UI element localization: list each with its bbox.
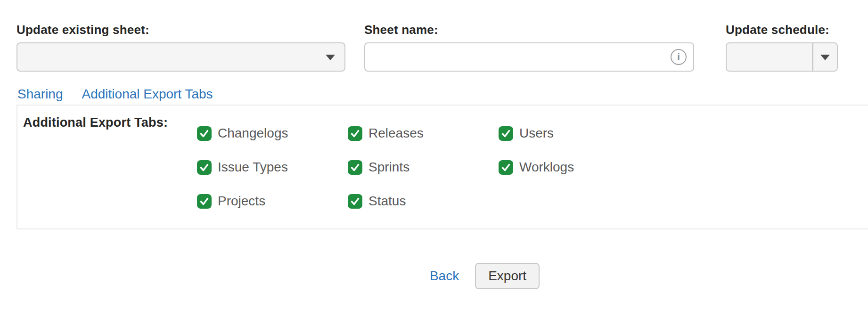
tab-additional-export-tabs[interactable]: Additional Export Tabs bbox=[82, 87, 213, 101]
check-icon bbox=[197, 160, 212, 175]
update-schedule-select[interactable] bbox=[726, 42, 838, 72]
chevron-down-icon bbox=[820, 55, 830, 60]
checkbox-label: Worklogs bbox=[519, 160, 574, 175]
update-schedule-value bbox=[727, 43, 812, 71]
export-tab-checkbox-worklogs[interactable]: Worklogs bbox=[499, 160, 649, 175]
update-schedule-dropdown-button[interactable] bbox=[812, 43, 837, 71]
settings-tab-links: Sharing Additional Export Tabs bbox=[17, 87, 868, 101]
export-tab-checkbox-users[interactable]: Users bbox=[499, 126, 649, 141]
back-link[interactable]: Back bbox=[430, 268, 459, 284]
info-icon[interactable]: i bbox=[671, 49, 687, 65]
export-button[interactable]: Export bbox=[475, 263, 540, 289]
check-icon bbox=[499, 160, 513, 175]
check-icon bbox=[348, 126, 362, 141]
export-options-row: Update existing sheet: Sheet name: i Upd… bbox=[16, 23, 868, 72]
check-icon bbox=[197, 194, 212, 209]
check-icon bbox=[348, 194, 362, 209]
export-tab-checkbox-projects[interactable]: Projects bbox=[197, 194, 348, 209]
checkbox-label: Users bbox=[519, 126, 554, 141]
export-tab-checkbox-changelogs[interactable]: Changelogs bbox=[197, 126, 348, 141]
checkbox-label: Releases bbox=[368, 126, 424, 141]
chevron-down-icon bbox=[326, 55, 335, 60]
export-tab-checkbox-releases[interactable]: Releases bbox=[348, 126, 499, 141]
sheet-name-input-wrap: i bbox=[364, 42, 694, 72]
field-update-existing-sheet: Update existing sheet: bbox=[16, 23, 345, 72]
update-schedule-label: Update schedule: bbox=[726, 23, 838, 37]
additional-export-tabs-panel: Additional Export Tabs: ChangelogsReleas… bbox=[16, 105, 868, 229]
additional-export-tabs-panel-label: Additional Export Tabs: bbox=[23, 114, 197, 130]
sheet-name-input[interactable] bbox=[365, 43, 693, 71]
check-icon bbox=[197, 126, 212, 141]
checkbox-label: Projects bbox=[218, 194, 265, 209]
field-update-schedule: Update schedule: bbox=[726, 23, 838, 72]
checkbox-label: Sprints bbox=[368, 160, 409, 175]
tab-sharing[interactable]: Sharing bbox=[17, 87, 63, 101]
checkbox-label: Issue Types bbox=[218, 160, 288, 175]
sheet-name-label: Sheet name: bbox=[364, 23, 694, 37]
update-existing-sheet-label: Update existing sheet: bbox=[16, 23, 345, 37]
checkbox-label: Changelogs bbox=[218, 126, 288, 141]
checkbox-label: Status bbox=[368, 194, 406, 209]
export-tab-checkbox-sprints[interactable]: Sprints bbox=[348, 160, 499, 175]
export-tabs-checkbox-grid: ChangelogsReleasesUsersIssue TypesSprint… bbox=[197, 126, 649, 209]
check-icon bbox=[499, 126, 513, 141]
check-icon bbox=[348, 160, 362, 175]
update-existing-sheet-select[interactable] bbox=[16, 42, 345, 72]
field-sheet-name: Sheet name: i bbox=[364, 23, 694, 72]
export-tab-checkbox-issue-types[interactable]: Issue Types bbox=[197, 160, 348, 175]
wizard-actions: Back Export bbox=[16, 263, 868, 289]
export-tab-checkbox-status[interactable]: Status bbox=[348, 194, 499, 209]
